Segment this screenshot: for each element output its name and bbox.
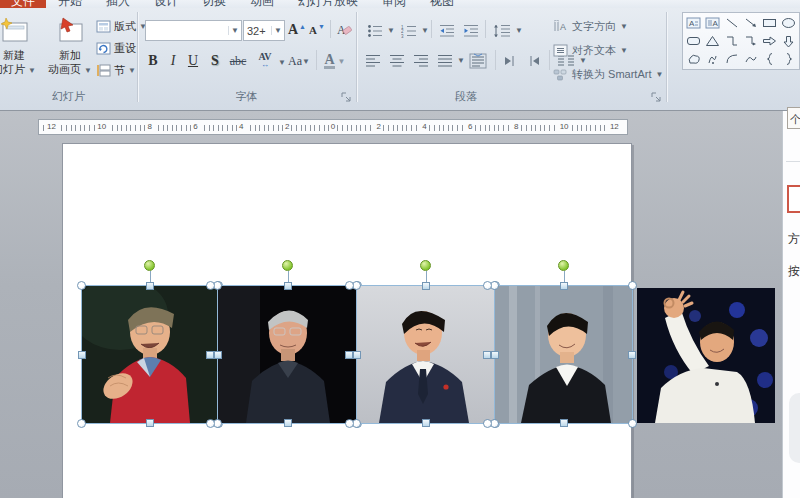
resize-handle-e[interactable]	[628, 351, 636, 359]
chevron-down-icon[interactable]: ▼	[228, 26, 241, 35]
distribute-text-button[interactable]	[467, 50, 489, 72]
strikethrough-button[interactable]: abc	[226, 50, 250, 72]
clear-formatting-button[interactable]: A	[334, 19, 354, 41]
underline-button[interactable]: U	[184, 50, 202, 72]
character-spacing-button[interactable]: AV ↔	[252, 50, 278, 72]
resize-handle-nw[interactable]	[77, 281, 86, 290]
rotation-handle[interactable]	[558, 260, 569, 271]
curve-icon[interactable]	[741, 50, 760, 68]
right-to-left-button[interactable]	[523, 50, 543, 72]
resize-handle-w[interactable]	[353, 351, 361, 359]
resize-handle-s[interactable]	[422, 419, 430, 427]
tab-切换[interactable]: 切换	[190, 0, 238, 8]
resize-handle-n[interactable]	[146, 282, 154, 290]
chevron-down-icon[interactable]: ▼	[278, 58, 286, 67]
resize-handle-w[interactable]	[483, 351, 491, 359]
new-animation-page-button[interactable]: 新加 动画页 ▼	[44, 12, 96, 92]
resize-handle-s[interactable]	[560, 419, 568, 427]
section-button[interactable]: 节▼	[96, 60, 136, 80]
align-text-button[interactable]: 对齐文本▼	[553, 40, 628, 60]
arrow-icon[interactable]	[741, 14, 760, 32]
left-to-right-button[interactable]	[501, 50, 521, 72]
tab-设计[interactable]: 设计	[142, 0, 190, 8]
chevron-down-icon[interactable]: ▼	[515, 26, 523, 35]
side-panel-top-button[interactable]: 个	[787, 107, 800, 129]
tab-动画[interactable]: 动画	[238, 0, 286, 8]
italic-button[interactable]: I	[164, 50, 182, 72]
tab-file[interactable]: 文件	[0, 0, 46, 8]
shrink-font-button[interactable]: A▼	[308, 19, 326, 41]
font-dialog-launcher-icon[interactable]	[340, 91, 352, 103]
resize-handle-sw[interactable]	[206, 419, 215, 428]
photo-1[interactable]	[82, 286, 218, 423]
rotation-handle[interactable]	[420, 260, 431, 271]
font-name-combo[interactable]: ▼	[145, 20, 242, 41]
resize-handle-ne[interactable]	[628, 281, 637, 290]
tab-幻灯片放映[interactable]: 幻灯片放映	[286, 0, 370, 8]
chevron-down-icon[interactable]: ▼	[457, 56, 465, 65]
resize-handle-sw[interactable]	[345, 419, 354, 428]
align-left-button[interactable]	[363, 50, 383, 72]
resize-handle-nw[interactable]	[345, 281, 354, 290]
horizontal-ruler[interactable]: 12108642024681012	[38, 119, 628, 135]
tab-插入[interactable]: 插入	[94, 0, 142, 8]
rotation-handle[interactable]	[282, 260, 293, 271]
increase-indent-button[interactable]	[461, 20, 481, 42]
align-center-button[interactable]	[387, 50, 407, 72]
resize-handle-nw[interactable]	[206, 281, 215, 290]
photo-5[interactable]	[637, 288, 775, 423]
new-slide-button[interactable]: 新建 幻灯片 ▼	[0, 12, 40, 92]
font-color-button[interactable]: A ▼	[322, 50, 348, 72]
resize-handle-n[interactable]	[284, 282, 292, 290]
resize-handle-nw[interactable]	[483, 281, 492, 290]
font-size-combo[interactable]: 32+ ▼	[243, 20, 285, 41]
textbox-horizontal-icon[interactable]: A	[684, 14, 703, 32]
freeform-icon[interactable]	[684, 50, 703, 68]
photo-3[interactable]	[357, 286, 495, 423]
paragraph-dialog-launcher-icon[interactable]	[650, 91, 662, 103]
bullets-button[interactable]	[365, 20, 385, 42]
elbow-arrow-connector-icon[interactable]	[741, 32, 760, 50]
photo-2[interactable]	[218, 286, 357, 423]
justify-button[interactable]	[435, 50, 455, 72]
resize-handle-n[interactable]	[422, 282, 430, 290]
resize-handle-sw[interactable]	[77, 419, 86, 428]
scribble-icon[interactable]	[703, 50, 722, 68]
rounded-rectangle-icon[interactable]	[684, 32, 703, 50]
resize-handle-w[interactable]	[345, 351, 353, 359]
right-arrow-icon[interactable]	[760, 32, 779, 50]
rotation-handle[interactable]	[144, 260, 155, 271]
rectangle-icon[interactable]	[760, 14, 779, 32]
tab-审阅[interactable]: 审阅	[370, 0, 418, 8]
resize-handle-w[interactable]	[491, 351, 499, 359]
decrease-indent-button[interactable]	[437, 20, 457, 42]
elbow-connector-icon[interactable]	[722, 32, 741, 50]
right-brace-icon[interactable]	[779, 50, 798, 68]
resize-handle-w[interactable]	[78, 351, 86, 359]
line-spacing-button[interactable]	[491, 20, 513, 42]
photo-4[interactable]	[495, 286, 632, 423]
numbering-button[interactable]: 123	[399, 20, 419, 42]
text-shadow-button[interactable]: S	[206, 50, 224, 72]
down-arrow-icon[interactable]	[779, 32, 798, 50]
bold-button[interactable]: B	[144, 50, 162, 72]
grow-font-button[interactable]: A▲	[288, 19, 306, 41]
arc-icon[interactable]	[722, 50, 741, 68]
resize-handle-s[interactable]	[146, 419, 154, 427]
chevron-down-icon[interactable]: ▼	[387, 26, 395, 35]
text-direction-button[interactable]: A 文字方向▼	[553, 16, 628, 36]
oval-icon[interactable]	[779, 14, 798, 32]
chevron-down-icon[interactable]: ▼	[421, 26, 429, 35]
left-brace-icon[interactable]	[760, 50, 779, 68]
resize-handle-w[interactable]	[206, 351, 214, 359]
line-icon[interactable]	[722, 14, 741, 32]
tab-开始[interactable]: 开始	[46, 0, 94, 8]
chevron-down-icon[interactable]: ▼	[271, 26, 284, 35]
convert-smartart-button[interactable]: 转换为 SmartArt▼	[553, 64, 663, 84]
triangle-icon[interactable]	[703, 32, 722, 50]
resize-handle-sw[interactable]	[483, 419, 492, 428]
resize-handle-n[interactable]	[560, 282, 568, 290]
tab-视图[interactable]: 视图	[418, 0, 466, 8]
resize-handle-s[interactable]	[284, 419, 292, 427]
resize-handle-se[interactable]	[628, 419, 637, 428]
